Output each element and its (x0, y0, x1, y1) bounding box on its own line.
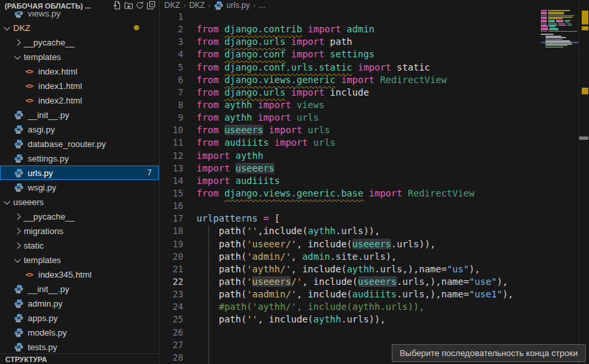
code-line-19[interactable]: 19 path('useeer/', include(useeers.urls)… (160, 238, 589, 251)
file-item--init-py[interactable]: __init__.py (0, 107, 159, 122)
folder-item-dkz[interactable]: DKZ (0, 20, 159, 35)
code-token: ( (241, 264, 246, 274)
code-line-2[interactable]: 2from django.contrib import admin (160, 23, 589, 36)
code-line-1[interactable]: 1 (160, 11, 589, 23)
code-line-6[interactable]: 6from django.views.generic import Redire… (160, 74, 589, 86)
code-line-12[interactable]: 12import aythh (160, 150, 589, 162)
code-token: aythh (224, 112, 252, 123)
new-file-icon[interactable] (111, 0, 123, 10)
code-line-25[interactable]: 25 path('', include(aythh.urls)), (160, 313, 589, 326)
file-item-index345-html[interactable]: <>index345.html (0, 267, 159, 282)
code-line-7[interactable]: 7from django.urls import include (160, 86, 589, 99)
file-item-apps-py[interactable]: apps.py (0, 311, 159, 325)
chevron-right-icon[interactable] (13, 212, 22, 221)
minimap-code-mark (567, 24, 572, 26)
chevron-right-icon[interactable] (13, 226, 22, 235)
file-item-index-html[interactable]: <>index.html (0, 64, 159, 78)
breadcrumb-item-dkz[interactable]: DKZ (164, 1, 180, 10)
code-line-18[interactable]: 18 path('',include(aythh.urls)), (160, 225, 589, 237)
breadcrumb-item--[interactable]: ... (259, 1, 265, 10)
line-number: 23 (160, 288, 183, 301)
folder-item--pycache-[interactable]: __pycache__ (0, 35, 159, 49)
html-file-icon: <> (24, 67, 34, 76)
code-token: '' (247, 314, 258, 324)
overview-ruler-mark (582, 88, 588, 94)
folder-item-templates[interactable]: templates (0, 49, 159, 64)
file-item-models-py[interactable]: models.py (0, 325, 159, 340)
code-line-8[interactable]: 8from aythh import views (160, 99, 589, 111)
code-line-10[interactable]: 10from useeers import urls (160, 124, 589, 136)
item-label: admin.py (28, 299, 63, 309)
file-item-index1-html[interactable]: <>index1.html (0, 78, 159, 93)
file-item-tests-py[interactable]: tests.py (0, 340, 159, 354)
collapse-all-icon[interactable] (145, 0, 156, 10)
code-token: audiiits (352, 289, 396, 299)
workspace-title: (РАБОЧАЯ ОБЛАСТЬ) ... (5, 2, 91, 10)
outline-label: СТРУКТУРА (5, 355, 47, 363)
item-label: settings.py (28, 154, 69, 164)
line-number: 22 (160, 276, 183, 288)
code-line-13[interactable]: 13import useeers (160, 162, 589, 175)
code-token: from (197, 137, 224, 148)
code-line-24[interactable]: 24 #path('aythh/', include(aythh.urls)), (160, 301, 589, 313)
code-token (302, 24, 307, 34)
line-number: 6 (160, 74, 183, 86)
tooltip-text: Выберите последовательность конца строки (400, 348, 578, 358)
code-token: import (341, 75, 375, 85)
file-item-database-roouter-py[interactable]: database_roouter.py (0, 136, 159, 151)
code-line-16[interactable]: 16 (160, 200, 589, 212)
breadcrumb-item-dkz[interactable]: DKZ (189, 1, 205, 10)
python-file-icon (13, 183, 24, 193)
code-line-17[interactable]: 17urlpatterns = [ (160, 212, 589, 225)
file-item-wsgi-py[interactable]: wsgi.py (0, 180, 159, 195)
file-item-admin-py[interactable]: admin.py (0, 296, 159, 311)
code-line-22[interactable]: 22 path('useeers/', include(useeers.urls… (160, 276, 589, 288)
new-folder-icon[interactable] (123, 0, 134, 10)
code-line-4[interactable]: 4from django.conf import settings (160, 48, 589, 61)
file-item-settings-py[interactable]: settings.py (0, 151, 159, 166)
chevron-down-icon[interactable] (13, 255, 22, 264)
code-line-5[interactable]: 5from django.conf.urls.static import sta… (160, 61, 589, 74)
code-token (197, 264, 219, 274)
file-item-urls-py[interactable]: urls.py7 (0, 166, 159, 180)
file-item-index2-html[interactable]: <>index2.html (0, 93, 159, 107)
code-line-9[interactable]: 9from aythh import urls (160, 111, 589, 124)
folder-item-templates[interactable]: templates (0, 253, 159, 267)
code-line-3[interactable]: 3from django.urls import path (160, 36, 589, 48)
overview-ruler[interactable] (578, 0, 589, 364)
minimap[interactable] (541, 9, 578, 61)
chevron-right-icon[interactable] (13, 241, 22, 250)
code-line-15[interactable]: 15from django.views.generic.base import … (160, 187, 589, 200)
chevron-right-icon[interactable] (13, 38, 22, 47)
breadcrumb-label: urls.py (226, 1, 249, 10)
folder-item-useeers[interactable]: useeers (0, 195, 159, 209)
code-area[interactable]: 12from django.contrib import admin3from … (160, 11, 589, 364)
folder-item-migrations[interactable]: migrations (0, 224, 159, 238)
code-line-23[interactable]: 23 path('aadmin/', include(audiiits.urls… (160, 288, 589, 301)
code-line-26[interactable]: 26 (160, 326, 589, 339)
code-token: settings (325, 49, 375, 59)
breadcrumb-item-urls-py[interactable]: urls.py (214, 1, 249, 11)
chevron-down-icon[interactable] (13, 52, 22, 61)
file-item--init-py[interactable]: __init__.py (0, 282, 159, 296)
item-label: templates (24, 255, 61, 265)
code-line-11[interactable]: 11from audiiits import urls (160, 136, 589, 149)
chevron-down-icon[interactable] (3, 23, 12, 32)
python-file-icon (13, 299, 24, 309)
code-token (336, 75, 341, 85)
folder-item--pycache-[interactable]: __pycache__ (0, 209, 159, 224)
code-token (197, 301, 219, 312)
file-item-asgi-py[interactable]: asgi.py (0, 122, 159, 136)
code-line-21[interactable]: 21 path('aythh/', include(aythh.urls,),n… (160, 263, 589, 276)
code-token: import (197, 150, 230, 161)
chevron-down-icon[interactable] (3, 197, 12, 206)
outline-section-header[interactable]: СТРУКТУРА (0, 353, 159, 364)
code-token: from (197, 75, 224, 85)
code-line-20[interactable]: 20 path('admin/', admin.site.urls), (160, 251, 589, 263)
code-token: path (325, 36, 352, 47)
folder-item-static[interactable]: static (0, 238, 159, 253)
code-token: urls (291, 112, 319, 123)
code-line-14[interactable]: 14import audiiits (160, 175, 589, 187)
code-token: "use" (469, 276, 497, 287)
refresh-icon[interactable] (134, 0, 145, 10)
